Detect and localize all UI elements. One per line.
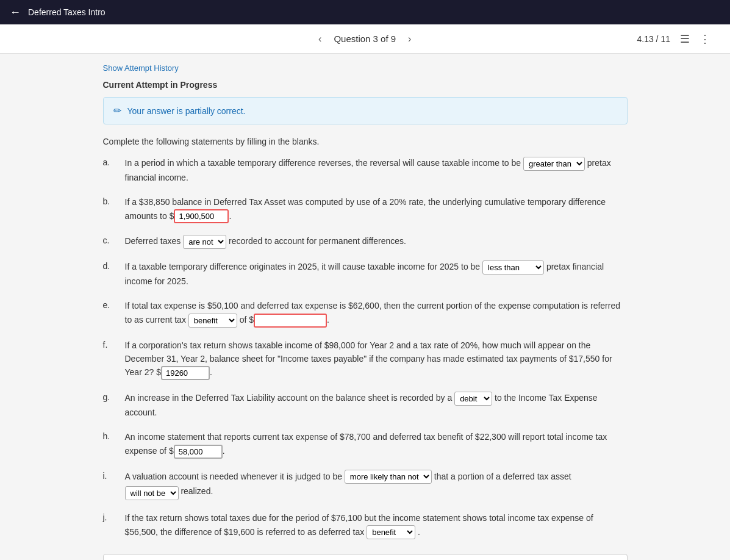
question-letter-g: g. [103, 391, 118, 402]
question-content-g: An increase in the Deferred Tax Liabilit… [125, 391, 628, 419]
select-c[interactable]: are not are [183, 235, 226, 249]
question-item-g: g. An increase in the Deferred Tax Liabi… [103, 391, 628, 419]
question-content-h: An income statement that reports current… [125, 430, 628, 458]
question-item-j: j. If the tax return shows total taxes d… [103, 511, 628, 539]
question-item-b: b. If a $38,850 balance in Deferred Tax … [103, 195, 628, 223]
question-letter-b: b. [103, 195, 118, 206]
next-question-button[interactable]: › [403, 31, 416, 47]
prev-question-button[interactable]: ‹ [313, 31, 326, 47]
instructions: Complete the following statements by fil… [103, 137, 628, 146]
question-content-j: If the tax return shows total taxes due … [125, 511, 628, 539]
question-content-e: If total tax expense is $50,100 and defe… [125, 299, 628, 327]
select-e[interactable]: benefit expense [188, 314, 237, 328]
question-header: ‹ Question 3 of 9 › 4.13 / 11 ☰ ⋮ [0, 24, 730, 54]
question-letter-j: j. [103, 511, 118, 522]
select-g[interactable]: debit credit [454, 392, 492, 406]
question-content-c: Deferred taxes are not are recorded to a… [125, 234, 628, 249]
pencil-icon: ✏ [113, 105, 121, 117]
input-f[interactable] [161, 366, 210, 380]
question-item-i: i. A valuation account is needed wheneve… [103, 470, 628, 501]
more-options-button[interactable]: ⋮ [700, 32, 710, 46]
question-letter-d: d. [103, 260, 118, 271]
question-letter-c: c. [103, 234, 118, 245]
etextbook-header[interactable]: eTextbook and Media [104, 555, 627, 560]
question-item-h: h. An income statement that reports curr… [103, 430, 628, 458]
question-content-i: A valuation account is needed whenever i… [125, 470, 628, 501]
select-j[interactable]: benefit expense [367, 525, 415, 539]
question-item-f: f. If a corporation's tax return shows t… [103, 339, 628, 381]
current-attempt-label: Current Attempt in Progress [103, 80, 628, 90]
question-item-c: c. Deferred taxes are not are recorded t… [103, 234, 628, 249]
question-item-e: e. If total tax expense is $50,100 and d… [103, 299, 628, 327]
question-letter-e: e. [103, 299, 118, 310]
question-list: a. In a period in which a taxable tempor… [103, 156, 628, 539]
main-content: Show Attempt History Current Attempt in … [103, 54, 628, 560]
question-letter-i: i. [103, 470, 118, 481]
back-icon[interactable]: ← [10, 6, 21, 19]
nav-center: ‹ Question 3 of 9 › [313, 31, 416, 47]
show-attempt-link[interactable]: Show Attempt History [103, 63, 628, 73]
input-b[interactable] [174, 209, 229, 223]
input-e[interactable] [254, 314, 327, 328]
question-letter-f: f. [103, 339, 118, 350]
banner-text: Your answer is partially correct. [127, 106, 246, 116]
list-icon-button[interactable]: ☰ [680, 32, 690, 46]
question-item-a: a. In a period in which a taxable tempor… [103, 156, 628, 184]
app-title: Deferred Taxes Intro [28, 7, 106, 17]
question-label: Question 3 of 9 [334, 34, 396, 44]
question-content-a: In a period in which a taxable temporary… [125, 156, 628, 184]
input-h[interactable] [174, 445, 223, 459]
question-content-b: If a $38,850 balance in Deferred Tax Ass… [125, 195, 628, 223]
top-bar: ← Deferred Taxes Intro [0, 0, 730, 24]
question-item-d: d. If a taxable temporary difference ori… [103, 260, 628, 288]
score-label: 4.13 / 11 [637, 34, 670, 44]
select-d[interactable]: less than greater than equal to [482, 260, 544, 275]
question-content-f: If a corporation's tax return shows taxa… [125, 339, 628, 381]
select-i1[interactable]: more likely than not less likely than no… [345, 470, 432, 484]
etextbook-section: eTextbook and Media [103, 554, 628, 560]
question-content-d: If a taxable temporary difference origin… [125, 260, 628, 288]
question-letter-h: h. [103, 430, 118, 441]
partial-correct-banner: ✏ Your answer is partially correct. [103, 97, 628, 124]
question-letter-a: a. [103, 156, 118, 167]
select-i2[interactable]: will not be will [125, 486, 179, 500]
right-controls: 4.13 / 11 ☰ ⋮ [637, 32, 710, 46]
select-a[interactable]: greater than less than equal to [523, 157, 585, 171]
